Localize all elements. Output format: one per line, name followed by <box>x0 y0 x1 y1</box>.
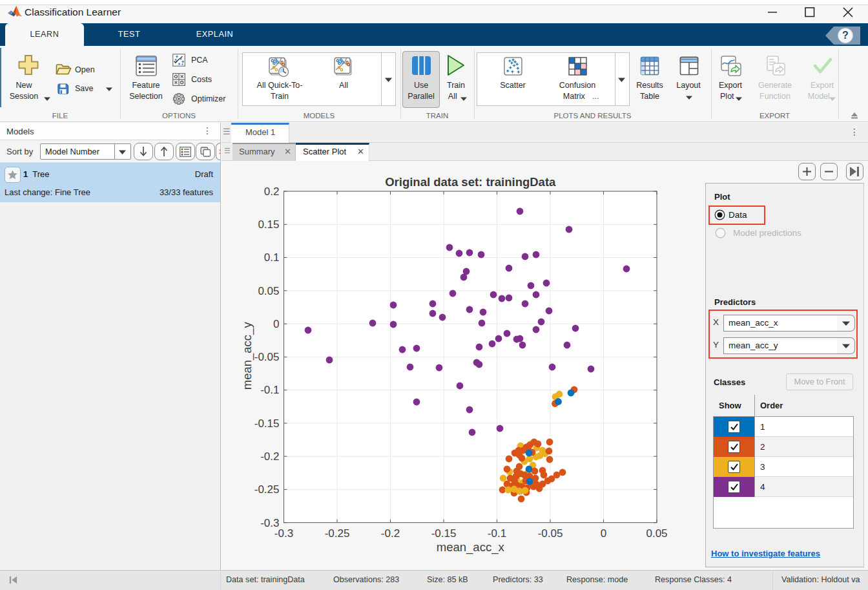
svg-text:?: ? <box>842 30 849 41</box>
svg-text:-0.2: -0.2 <box>260 450 279 463</box>
svg-text:-0.05: -0.05 <box>254 351 280 363</box>
svg-text:0: 0 <box>601 527 606 540</box>
svg-text:Original data set: trainingDat: Original data set: trainingData <box>385 175 556 189</box>
svg-text:-0.25: -0.25 <box>254 483 280 496</box>
svg-text:0.1: 0.1 <box>264 251 280 264</box>
svg-text:-0.2: -0.2 <box>381 527 400 540</box>
svg-text:0.05: 0.05 <box>646 527 667 540</box>
svg-text:-0.05: -0.05 <box>538 527 563 540</box>
svg-text:-0.15: -0.15 <box>431 527 457 540</box>
svg-text:0: 0 <box>273 318 279 330</box>
svg-text:-0.15: -0.15 <box>254 417 280 430</box>
svg-text:-0.3: -0.3 <box>260 517 279 529</box>
svg-text:mean_acc_y: mean_acc_y <box>240 322 254 390</box>
svg-text:0.15: 0.15 <box>258 218 279 231</box>
svg-text:-0.25: -0.25 <box>325 527 350 540</box>
svg-text:0.05: 0.05 <box>258 285 279 297</box>
svg-text:-0.1: -0.1 <box>260 384 279 396</box>
svg-text:-0.1: -0.1 <box>488 527 506 540</box>
svg-text:mean_acc_x: mean_acc_x <box>437 540 505 554</box>
svg-text:-0.3: -0.3 <box>274 527 293 540</box>
svg-text:0.2: 0.2 <box>264 185 280 198</box>
